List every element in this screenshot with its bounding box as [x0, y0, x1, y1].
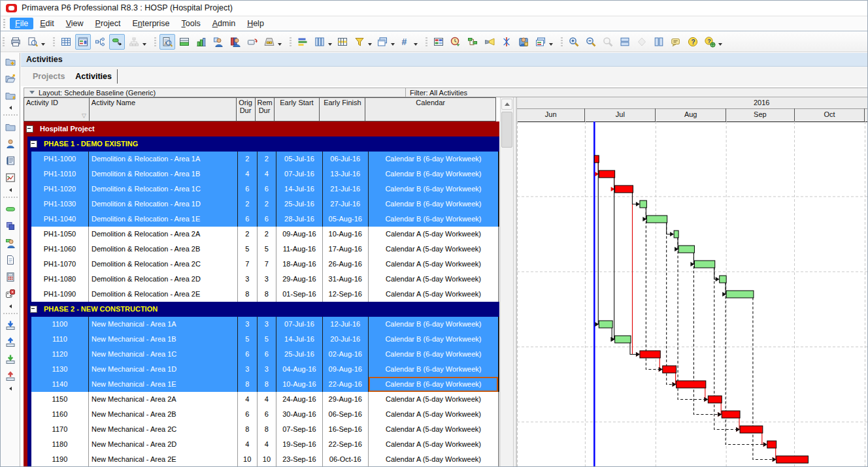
cell-early-start[interactable]: 01-Sep-16	[276, 287, 322, 302]
cell-early-start[interactable]: 24-Aug-16	[276, 392, 322, 408]
gantt-bar-1140[interactable]	[676, 381, 706, 388]
group-row-phase[interactable]: PHASE 1 - DEMO EXISTING	[24, 137, 499, 152]
cell-activity-name[interactable]: New Mechanical - Area 1D	[89, 362, 238, 378]
cell-rem-dur[interactable]: 8	[258, 422, 277, 438]
group-row-project[interactable]: Hospital Project	[24, 121, 499, 137]
sidebar-resource-assignments-view-icon[interactable]	[1, 234, 20, 251]
cell-early-start[interactable]: 23-Sep-16	[276, 452, 322, 467]
activity-row-1170[interactable]: 1170New Mechanical - Area 2C8807-Sep-161…	[24, 422, 499, 437]
group-row-phase[interactable]: PHASE 2 - NEW CONSTRUCTION	[24, 302, 499, 317]
cell-calendar[interactable]: Calendar A (5-day Workweek)	[369, 227, 499, 242]
group-and-sort-icon[interactable]	[295, 34, 310, 50]
column-header-activity-name[interactable]: Activity Name	[90, 98, 237, 121]
cell-activity-name[interactable]: New Mechanical - Area 2C	[89, 422, 238, 438]
cell-activity-name[interactable]: New Mechanical - Area 2A	[89, 392, 238, 408]
cell-calendar[interactable]: Calendar A (5-day Workweek)	[369, 287, 499, 302]
filters-dropdown-icon[interactable]	[368, 43, 372, 46]
cell-activity-id[interactable]: PH1-1000	[31, 152, 89, 167]
cell-activity-name[interactable]: Demolition & Relocation - Area 1A	[89, 152, 238, 167]
cell-calendar[interactable]: Calendar A (5-day Workweek)	[369, 392, 499, 408]
cell-early-start[interactable]: 14-Jul-16	[276, 332, 322, 347]
cell-rem-dur[interactable]: 3	[258, 317, 277, 332]
menu-view[interactable]: View	[61, 18, 89, 29]
gantt-bar-PH1-1060[interactable]	[678, 246, 694, 253]
cell-activity-id[interactable]: 1150	[31, 392, 89, 408]
reflection-icon[interactable]	[244, 34, 260, 50]
cell-early-finish[interactable]: 22-Aug-16	[323, 377, 369, 393]
scrollbar-thumb[interactable]	[501, 112, 512, 148]
menu-admin[interactable]: Admin	[207, 18, 241, 29]
cell-rem-dur[interactable]: 6	[258, 212, 277, 227]
sidebar-new-project-icon[interactable]	[1, 53, 20, 70]
gantt-bar-1180[interactable]	[767, 441, 776, 448]
cell-calendar[interactable]: Calendar A (5-day Workweek)	[369, 437, 499, 453]
wbs-hierarchy-dropdown-icon[interactable]	[142, 43, 146, 46]
gantt-bar-PH1-1080[interactable]	[720, 276, 726, 283]
cell-calendar[interactable]: Calendar B (6-day Workweek)	[369, 317, 499, 332]
cell-calendar[interactable]: Calendar A (5-day Workweek)	[369, 407, 499, 423]
cell-orig-dur[interactable]: 6	[238, 212, 258, 227]
cell-activity-name[interactable]: New Mechanical - Area 1C	[89, 347, 238, 362]
cell-activity-id[interactable]: PH1-1010	[31, 167, 89, 182]
sidebar-reports-icon[interactable]	[1, 169, 20, 186]
activity-row-1120[interactable]: 1120New Mechanical - Area 1C6625-Jul-160…	[24, 347, 499, 362]
cell-orig-dur[interactable]: 8	[238, 422, 258, 438]
split-horizontal-icon[interactable]	[617, 34, 633, 50]
stacked-histogram-icon[interactable]	[261, 34, 277, 50]
column-header-calendar[interactable]: Calendar	[365, 98, 496, 121]
layout-options-icon[interactable]	[375, 34, 390, 50]
cell-activity-id[interactable]: 1140	[31, 377, 89, 393]
sidebar-close-project-icon[interactable]	[1, 87, 20, 104]
menu-help[interactable]: Help	[242, 18, 269, 29]
gantt-bar-1130[interactable]	[663, 366, 676, 373]
cell-rem-dur[interactable]: 4	[258, 392, 277, 408]
activity-network-icon[interactable]	[465, 34, 480, 50]
column-header-early-finish[interactable]: Early Finish	[320, 98, 365, 121]
cell-early-finish[interactable]: 21-Jul-16	[323, 182, 369, 197]
cell-early-start[interactable]: 09-Aug-16	[276, 227, 322, 242]
cell-orig-dur[interactable]: 3	[238, 272, 258, 287]
cell-activity-name[interactable]: Demolition & Relocation - Area 2D	[89, 272, 238, 287]
cell-activity-id[interactable]: 1100	[31, 317, 89, 332]
cell-early-finish[interactable]: 06-Jul-16	[323, 152, 369, 167]
cell-early-start[interactable]: 07-Jul-16	[276, 317, 322, 332]
activity-row-PH1-1040[interactable]: PH1-1040Demolition & Relocation - Area 1…	[24, 212, 499, 227]
cell-orig-dur[interactable]: 4	[238, 392, 258, 408]
gantt-bar-1120[interactable]	[640, 351, 660, 358]
resources-dialog-icon[interactable]	[516, 34, 531, 50]
sidebar-thresholds-icon[interactable]	[1, 285, 20, 302]
gantt-bar-1110[interactable]	[615, 336, 631, 343]
sidebar-activities-view-icon[interactable]	[1, 201, 20, 217]
gantt-bar-PH1-1000[interactable]	[594, 155, 599, 163]
activity-row-PH1-1020[interactable]: PH1-1020Demolition & Relocation - Area 1…	[24, 182, 499, 197]
cell-rem-dur[interactable]: 8	[258, 377, 277, 393]
cell-early-start[interactable]: 28-Jul-16	[276, 212, 322, 227]
collapse-arrow-1-icon[interactable]	[1, 104, 20, 112]
cell-activity-id[interactable]: PH1-1060	[31, 242, 89, 257]
cell-rem-dur[interactable]: 8	[258, 287, 277, 302]
cell-rem-dur[interactable]: 3	[258, 362, 277, 378]
cell-activity-id[interactable]: PH1-1040	[31, 212, 89, 227]
cell-activity-id[interactable]: PH1-1080	[31, 272, 89, 287]
activity-row-PH1-1090[interactable]: PH1-1090Demolition & Relocation - Area 2…	[24, 287, 499, 302]
activity-row-1130[interactable]: 1130New Mechanical - Area 1D3304-Aug-160…	[24, 362, 499, 377]
cell-rem-dur[interactable]: 2	[258, 152, 277, 167]
activity-row-1190[interactable]: 1190New Mechanical - Area 2E101023-Sep-1…	[24, 452, 499, 467]
activity-row-PH1-1080[interactable]: PH1-1080Demolition & Relocation - Area 2…	[24, 272, 499, 287]
cell-activity-name[interactable]: New Mechanical - Area 1E	[89, 377, 238, 393]
cell-activity-id[interactable]: PH1-1020	[31, 182, 89, 197]
sidebar-export-icon[interactable]	[1, 368, 20, 385]
gantt-chart-area[interactable]	[517, 121, 868, 467]
cell-rem-dur[interactable]: 4	[258, 167, 277, 182]
zoom-out-icon[interactable]	[583, 34, 599, 50]
cell-orig-dur[interactable]: 8	[238, 287, 258, 302]
cell-rem-dur[interactable]: 6	[258, 407, 277, 423]
line-numbers-dropdown-icon[interactable]	[414, 43, 418, 46]
menu-enterprise[interactable]: Enterprise	[127, 18, 175, 29]
cell-rem-dur[interactable]: 5	[258, 242, 277, 257]
cell-orig-dur[interactable]: 10	[238, 452, 258, 467]
activity-row-1140[interactable]: 1140New Mechanical - Area 1E8810-Aug-162…	[24, 377, 499, 392]
filter-selector[interactable]: Filter: All Activities	[406, 88, 868, 97]
cell-early-finish[interactable]: 31-Aug-16	[323, 272, 369, 287]
cell-rem-dur[interactable]: 6	[258, 182, 277, 197]
